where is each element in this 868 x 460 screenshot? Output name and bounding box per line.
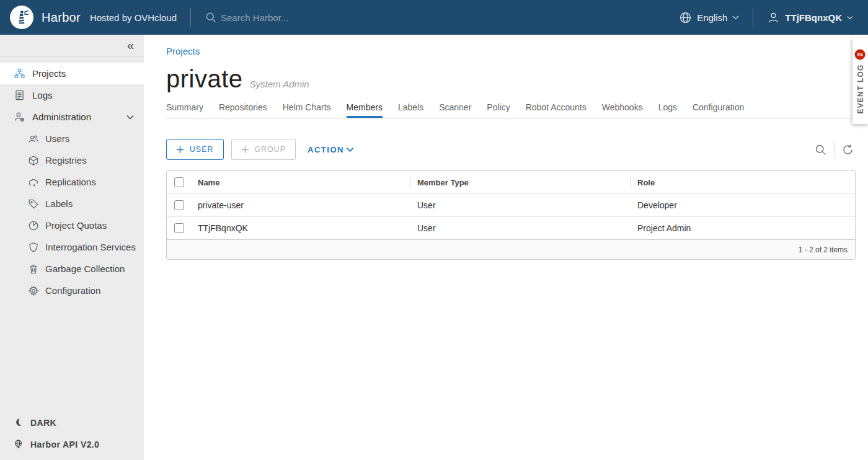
sidebar-item-replications[interactable]: Replications <box>0 171 144 193</box>
event-log-label: EVENT LOG <box>856 64 865 113</box>
sidebar-item-label: Project Quotas <box>45 220 107 231</box>
sidebar-item-label: Labels <box>45 198 73 209</box>
event-log-tab[interactable]: EVENT LOG 2 <box>852 38 868 124</box>
cube-icon <box>28 155 39 166</box>
tab-repositories[interactable]: Repositories <box>219 102 267 118</box>
column-header-name[interactable]: Name <box>190 171 410 193</box>
add-group-label: GROUP <box>255 145 286 154</box>
table-footer: 1 - 2 of 2 items <box>167 239 855 259</box>
hosted-by-label: Hosted by OVHcloud <box>90 12 177 23</box>
table-row: private-user User Developer <box>167 193 855 216</box>
language-menu[interactable]: English <box>679 11 739 24</box>
breadcrumb: Projects <box>166 46 856 57</box>
plus-icon <box>176 146 184 154</box>
sidebar-item-garbage-collection[interactable]: Garbage Collection <box>0 258 144 280</box>
tab-policy[interactable]: Policy <box>487 102 510 118</box>
sidebar-collapse-icon[interactable]: « <box>127 39 134 51</box>
sidebar-item-interrogation-services[interactable]: Interrogation Services <box>0 236 144 258</box>
add-user-button[interactable]: USER <box>166 139 224 160</box>
row-checkbox[interactable] <box>174 223 184 233</box>
users-icon <box>28 133 39 144</box>
user-icon <box>767 11 780 24</box>
tab-robot-accounts[interactable]: Robot Accounts <box>526 102 587 118</box>
sidebar-item-label: Garbage Collection <box>45 263 125 274</box>
chevron-down-icon <box>346 147 354 153</box>
sidebar-item-users[interactable]: Users <box>0 128 144 149</box>
app-title: Harbor <box>42 11 81 25</box>
sidebar-item-label: Projects <box>32 68 66 79</box>
moon-icon <box>13 417 24 428</box>
page-title: private <box>166 65 243 93</box>
pagination-summary: 1 - 2 of 2 items <box>799 245 848 254</box>
tab-helm-charts[interactable]: Helm Charts <box>283 102 331 118</box>
sidebar: « Projects <box>0 35 144 460</box>
administrator-icon <box>14 111 25 123</box>
world-icon <box>13 439 24 449</box>
member-name: TTjFBqnxQK <box>190 223 410 233</box>
user-menu[interactable]: TTjFBqnxQK <box>767 11 853 24</box>
organization-icon <box>14 68 25 79</box>
sidebar-item-configuration[interactable]: Configuration <box>0 280 144 301</box>
sidebar-item-projects[interactable]: Projects <box>0 63 144 84</box>
dark-mode-toggle[interactable]: DARK <box>0 412 144 433</box>
chevron-down-icon <box>847 15 853 20</box>
column-header-role[interactable]: Role <box>630 171 855 193</box>
header-divider <box>753 8 753 27</box>
event-log-badge: 2 <box>855 49 866 60</box>
select-all-checkbox[interactable] <box>174 177 184 187</box>
action-label: ACTION <box>308 145 344 154</box>
sidebar-item-label: Users <box>45 133 69 144</box>
add-user-label: USER <box>190 145 214 154</box>
members-toolbar: USER GROUP ACTION <box>166 139 856 160</box>
member-role: Project Admin <box>630 223 855 233</box>
table-row: TTjFBqnxQK User Project Admin <box>167 216 855 239</box>
tab-members[interactable]: Members <box>347 102 383 118</box>
main-content: Projects private System Admin Summary Re… <box>144 35 868 460</box>
refresh-button[interactable] <box>840 142 856 157</box>
sidebar-item-label: Logs <box>32 90 53 100</box>
sidebar-item-labels[interactable]: Labels <box>0 193 144 215</box>
sidebar-item-logs[interactable]: Logs <box>0 84 144 106</box>
harbor-api-link[interactable]: Harbor API V2.0 <box>0 433 144 455</box>
tab-webhooks[interactable]: Webhooks <box>602 102 643 118</box>
tab-logs[interactable]: Logs <box>658 102 677 118</box>
sidebar-item-administration[interactable]: Administration <box>0 106 144 128</box>
chevron-down-icon <box>732 15 739 20</box>
harbor-logo-icon[interactable] <box>10 6 33 29</box>
search-input[interactable] <box>221 12 376 23</box>
search-icon <box>205 11 217 24</box>
page-subtitle-badge: System Admin <box>250 79 309 89</box>
action-dropdown-button[interactable]: ACTION <box>308 145 354 154</box>
header-divider <box>190 8 191 27</box>
project-tabs: Summary Repositories Helm Charts Members… <box>166 102 856 118</box>
sidebar-item-label: Interrogation Services <box>45 242 136 252</box>
table-header-row: Name Member Type Role <box>167 171 855 193</box>
sidebar-item-project-quotas[interactable]: Project Quotas <box>0 215 144 236</box>
tab-summary[interactable]: Summary <box>166 102 203 118</box>
member-role: Developer <box>630 200 855 210</box>
global-search <box>205 11 376 24</box>
sidebar-item-label: Registries <box>45 155 87 166</box>
tab-labels[interactable]: Labels <box>398 102 423 118</box>
member-type: User <box>410 223 630 233</box>
chevron-down-icon <box>126 115 134 120</box>
tab-configuration[interactable]: Configuration <box>693 102 744 118</box>
breadcrumb-projects-link[interactable]: Projects <box>166 46 200 56</box>
filter-search-button[interactable] <box>813 142 828 157</box>
harbor-api-label: Harbor API V2.0 <box>30 440 99 449</box>
trash-icon <box>28 263 39 275</box>
sidebar-item-registries[interactable]: Registries <box>0 149 144 171</box>
quota-icon <box>28 220 39 231</box>
column-header-member-type[interactable]: Member Type <box>410 171 630 193</box>
add-group-button[interactable]: GROUP <box>231 139 296 160</box>
app-header: Harbor Hosted by OVHcloud English <box>0 0 868 35</box>
tab-scanner[interactable]: Scanner <box>439 102 471 118</box>
sidebar-item-label: Replications <box>45 177 96 187</box>
globe-icon <box>679 11 692 24</box>
language-label: English <box>697 12 727 23</box>
member-type: User <box>410 200 630 210</box>
plus-icon <box>241 146 249 154</box>
row-checkbox[interactable] <box>174 200 184 210</box>
shield-icon <box>28 242 39 253</box>
toolbar-divider <box>834 141 835 157</box>
